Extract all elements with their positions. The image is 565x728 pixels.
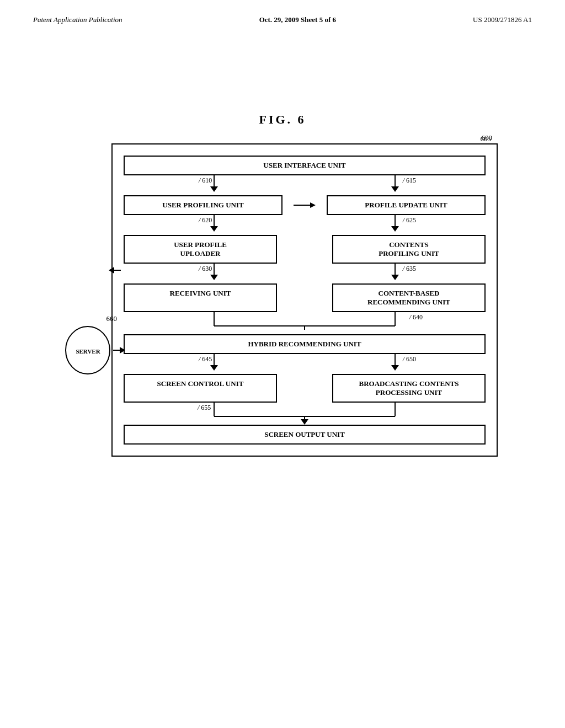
user-profiling-unit: USER PROFILING UNIT [124, 195, 282, 215]
user-interface-unit: USER INTERFACE UNIT [124, 156, 486, 175]
header-left: Patent Application Publication [33, 15, 122, 24]
row-4: RECEIVING UNIT CONTENT-BASED RECOMMENDIN… [124, 283, 486, 312]
connector-row-2: / 620 / 625 [124, 215, 486, 235]
ref-620: / 620 [199, 216, 212, 224]
outer-box: 605 USER INTERFACE UNIT / 610 / 6 [111, 143, 498, 457]
row-6: SCREEN CONTROL UNIT BROADCASTING CONTENT… [124, 374, 486, 403]
profile-update-unit: PROFILE UPDATE UNIT [327, 195, 486, 215]
content-based-recommending-unit: CONTENT-BASED RECOMMENDING UNIT [332, 283, 486, 312]
connector-row-3: / 630 / 635 [124, 264, 486, 283]
screen-control-unit: SCREEN CONTROL UNIT [124, 374, 277, 403]
arrow-to-profile-update [391, 175, 399, 195]
diagram-area: 600 605 USER INTERFACE UNIT / 610 [67, 143, 498, 457]
connector-row-5: / 645 / 650 [124, 354, 486, 374]
svg-marker-1 [310, 202, 316, 208]
ref-650: / 650 [403, 355, 416, 363]
h-connector-arrow [294, 195, 316, 215]
contents-profiling-unit: CONTENTS PROFILING UNIT [332, 235, 486, 264]
connector-row-6: / 655 [124, 403, 486, 425]
ref-660: 660 [106, 314, 118, 323]
figure-title: FIG. 6 [0, 113, 565, 127]
screen-output-unit: SCREEN OUTPUT UNIT [124, 425, 486, 445]
ref-630: / 630 [199, 265, 212, 273]
row-2: USER PROFILING UNIT PROFILE UPDATE UNIT [124, 195, 486, 215]
connector-row-1: / 610 / 615 [124, 175, 486, 195]
user-profile-uploader: USER PROFILE UPLOADER [124, 235, 277, 264]
ref-640: / 640 [409, 313, 423, 322]
header-center: Oct. 29, 2009 Sheet 5 of 6 [259, 15, 336, 24]
ref-655: / 655 [198, 404, 211, 412]
ref-615: / 615 [403, 176, 416, 185]
server-container: 660 SERVER [65, 325, 111, 377]
row-3: USER PROFILE UPLOADER CONTENTS PROFILING… [124, 235, 486, 264]
hybrid-recommending-unit: HYBRID RECOMMENDING UNIT [124, 334, 486, 354]
ref-610: / 610 [199, 176, 212, 185]
ref-605: 605 [481, 135, 492, 143]
ref-635: / 635 [403, 265, 416, 273]
ref-625: / 625 [403, 216, 416, 224]
broadcasting-contents-unit: BROADCASTING CONTENTS PROCESSING UNIT [332, 374, 486, 403]
server-label: SERVER [69, 348, 108, 355]
receiving-unit: RECEIVING UNIT [124, 283, 277, 312]
page-header: Patent Application Publication Oct. 29, … [0, 0, 565, 24]
connector-row-4: / 640 [124, 312, 486, 334]
connector-svg [294, 200, 316, 211]
header-right: US 2009/271826 A1 [473, 15, 532, 24]
ref-645: / 645 [199, 355, 212, 363]
